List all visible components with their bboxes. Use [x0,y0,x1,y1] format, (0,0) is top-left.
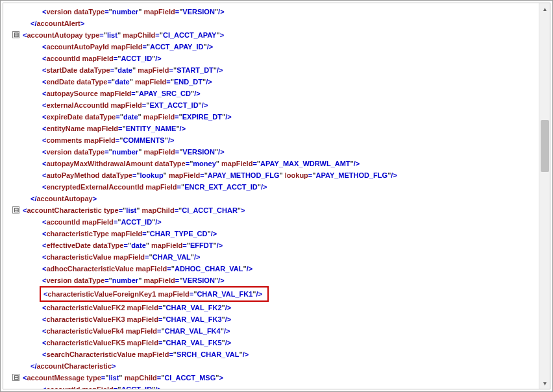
scrollbar-thumb[interactable] [541,120,549,172]
xml-viewer-panel: <version dataType="number" mapField="VER… [3,3,550,389]
xml-line: <version dataType="number" mapField="VER… [7,146,534,158]
xml-line: <characteristicValueFK2 mapField="CHAR_V… [7,302,534,313]
xml-line: <characteristicType mapField="CHAR_TYPE_… [7,228,534,239]
xml-line: </accountCharacteristic> [7,360,534,372]
xml-line: <searchCharacteristicValue mapField="SRC… [7,349,534,360]
xml-line: <version dataType="number" mapField="VER… [7,6,534,18]
scroll-down-arrow-icon[interactable]: ▾ [539,378,550,389]
xml-line: <characteristicValue mapField="CHAR_VAL"… [7,251,534,263]
xml-line: <startDate dataType="date" mapField="STA… [7,64,534,76]
xml-line: ⊟<accountAutopay type="list" mapChild="C… [7,29,534,41]
xml-line: <adhocCharacteristicValue mapField="ADHO… [7,263,534,275]
xml-line: ⊟<accountCharacteristic type="list" mapC… [7,204,534,216]
xml-line: </accountAutopay> [7,193,534,204]
collapse-toggle-icon[interactable]: ⊟ [12,31,19,38]
xml-line: <autopaySource mapField="APAY_SRC_CD"/> [7,88,534,99]
xml-line: <accountId mapField="ACCT_ID"/> [7,216,534,228]
xml-line: <characteristicValueFK3 mapField="CHAR_V… [7,313,534,325]
xml-line: <characteristicValueFK5 mapField="CHAR_V… [7,337,534,349]
scroll-up-arrow-icon[interactable]: ▴ [539,3,550,14]
vertical-scrollbar[interactable]: ▴ ▾ [539,3,550,389]
xml-line: <expireDate dataType="date" mapField="EX… [7,111,534,123]
highlighted-line: <characteristicValueForeignKey1 mapField… [40,286,269,302]
xml-line: <version dataType="number" mapField="VER… [7,275,534,286]
xml-line: <autoPayMethod dataType="lookup" mapFiel… [7,169,534,181]
collapse-toggle-icon[interactable]: ⊟ [12,374,19,381]
xml-line: <characteristicValueFk4 mapField="CHAR_V… [7,325,534,337]
xml-line: </accountAlert> [7,18,534,29]
xml-line: <accountAutoPayId mapField="ACCT_APAY_ID… [7,41,534,53]
collapse-toggle-icon[interactable]: ⊟ [12,206,19,214]
xml-line: <accountId mapField="ACCT_ID"/> [7,53,534,64]
xml-line: <characteristicValueForeignKey1 mapField… [7,286,534,302]
xml-line: <autopayMaxWithdrawalAmount dataType="mo… [7,158,534,169]
xml-code-area: <version dataType="number" mapField="VER… [3,3,538,389]
xml-line: <accountId mapField="ACCT_ID"/> [7,384,534,389]
xml-line: <externalAccountId mapField="EXT_ACCT_ID… [7,99,534,111]
xml-line: <encryptedExternalAccountId mapField="EN… [7,181,534,193]
xml-line: ⊟<accountMessage type="list" mapChild="C… [7,372,534,384]
xml-line: <comments mapField="COMMENTS"/> [7,134,534,146]
xml-line: <effectiveDate dataType="date" mapField=… [7,239,534,251]
xml-line: <entityName mapField="ENTITY_NAME"/> [7,123,534,134]
xml-line: <endDate dataType="date" mapField="END_D… [7,76,534,88]
window-frame: <version dataType="number" mapField="VER… [0,0,553,392]
